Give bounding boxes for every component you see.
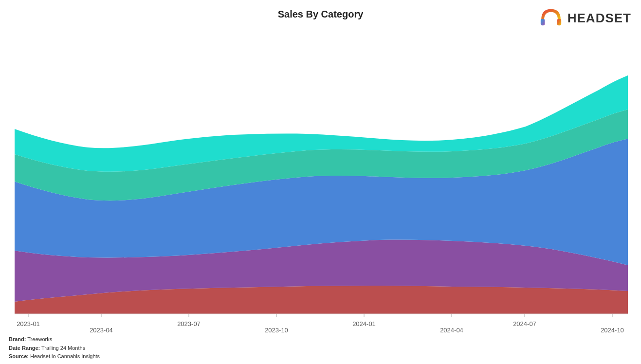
- footer-source-label: Source:: [9, 353, 29, 359]
- footer-brand-label: Brand:: [9, 336, 26, 342]
- footer-source: Source: Headset.io Cannabis Insights: [9, 352, 100, 361]
- svg-text:2024-04: 2024-04: [440, 327, 463, 334]
- svg-text:2024-01: 2024-01: [352, 320, 376, 328]
- svg-text:2023-04: 2023-04: [90, 327, 113, 334]
- headset-logo-text: HEADSET: [568, 11, 631, 26]
- area-chart: 2023-01 2023-04 2023-07 2023-10 2024-01 …: [0, 27, 641, 348]
- footer-daterange-label: Date Range:: [9, 345, 40, 351]
- headset-logo: HEADSET: [538, 7, 631, 29]
- svg-text:2023-10: 2023-10: [265, 327, 288, 334]
- footer-daterange-value: Trailing 24 Months: [41, 345, 85, 351]
- chart-container: Sales By Category HEADSET: [0, 0, 641, 364]
- footer-info: Brand: Treeworks Date Range: Trailing 24…: [9, 335, 100, 361]
- footer-brand-value: Treeworks: [27, 336, 52, 342]
- headset-logo-icon: [538, 7, 564, 29]
- svg-rect-1: [557, 19, 561, 26]
- footer-daterange: Date Range: Trailing 24 Months: [9, 344, 100, 353]
- svg-text:2023-01: 2023-01: [17, 320, 40, 328]
- svg-rect-0: [541, 19, 545, 26]
- footer-source-value: Headset.io Cannabis Insights: [30, 353, 100, 359]
- svg-text:2023-07: 2023-07: [177, 320, 201, 328]
- svg-text:2024-07: 2024-07: [513, 320, 536, 328]
- svg-text:2024-10: 2024-10: [601, 327, 624, 334]
- footer-brand: Brand: Treeworks: [9, 335, 100, 344]
